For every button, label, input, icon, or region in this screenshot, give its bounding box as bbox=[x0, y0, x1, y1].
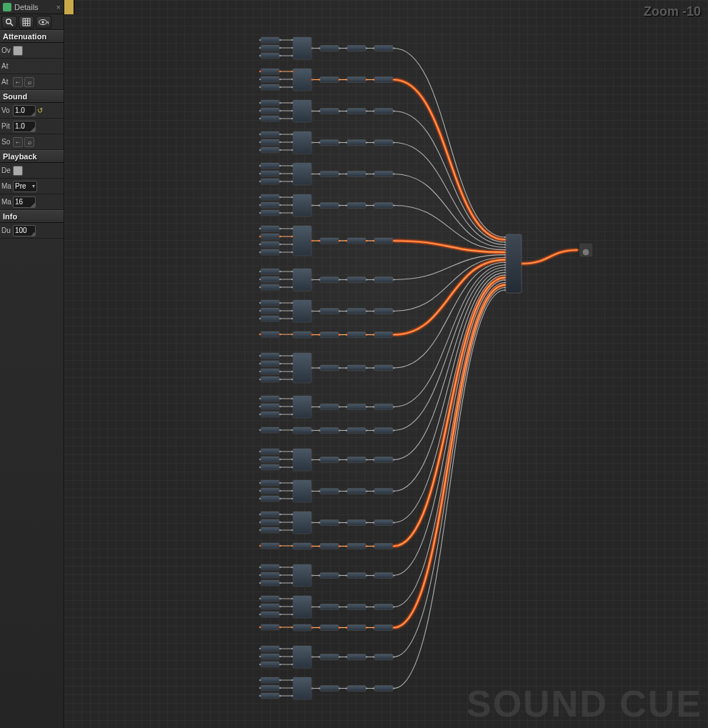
svg-rect-107 bbox=[320, 140, 339, 146]
svg-rect-285 bbox=[261, 377, 279, 382]
reset-icon[interactable]: ↺ bbox=[37, 106, 43, 114]
svg-rect-113 bbox=[374, 140, 393, 146]
svg-rect-369 bbox=[261, 496, 279, 502]
browse-button[interactable]: ⌕ bbox=[24, 137, 34, 147]
max-count-input[interactable]: 16 bbox=[13, 196, 36, 208]
svg-point-472 bbox=[311, 627, 314, 629]
svg-rect-116 bbox=[261, 131, 279, 137]
svg-rect-156 bbox=[347, 203, 366, 209]
volume-input[interactable]: 1.0 bbox=[13, 105, 36, 116]
svg-rect-264 bbox=[320, 365, 339, 371]
svg-point-240 bbox=[259, 310, 261, 312]
svg-rect-267 bbox=[347, 365, 366, 371]
property-matrix-button[interactable] bbox=[19, 16, 34, 29]
svg-point-301 bbox=[259, 398, 261, 400]
svg-point-105 bbox=[311, 110, 314, 112]
svg-rect-496 bbox=[293, 677, 311, 699]
svg-rect-203 bbox=[320, 277, 339, 283]
svg-point-190 bbox=[259, 236, 261, 238]
svg-rect-435 bbox=[293, 596, 311, 618]
svg-rect-483 bbox=[261, 646, 279, 652]
browse-button[interactable]: ⌕ bbox=[24, 77, 34, 87]
svg-rect-358 bbox=[374, 489, 393, 494]
svg-point-488 bbox=[259, 656, 261, 658]
prop-label: Ma bbox=[1, 182, 11, 190]
search-icon bbox=[5, 18, 14, 26]
pitch-input[interactable]: 1.0 bbox=[13, 121, 36, 132]
prop-pitch: Pit 1.0 bbox=[0, 119, 64, 134]
svg-point-396 bbox=[311, 522, 314, 524]
svg-point-454 bbox=[259, 614, 261, 616]
svg-rect-232 bbox=[374, 309, 393, 314]
svg-rect-487 bbox=[261, 654, 279, 659]
prop-label: Pit bbox=[1, 122, 11, 130]
svg-point-8 bbox=[41, 21, 44, 23]
svg-rect-226 bbox=[320, 309, 339, 314]
prop-max-concurrent-count: Ma 16 bbox=[0, 194, 64, 210]
max-rule-combo[interactable]: Pre bbox=[13, 181, 37, 192]
svg-rect-185 bbox=[261, 226, 279, 231]
svg-rect-166 bbox=[261, 202, 279, 208]
svg-rect-413 bbox=[320, 573, 339, 579]
svg-rect-175 bbox=[293, 226, 311, 256]
svg-rect-291 bbox=[320, 404, 339, 410]
svg-rect-332 bbox=[347, 457, 366, 463]
category-playback[interactable]: Playback bbox=[0, 150, 64, 163]
svg-point-286 bbox=[259, 379, 261, 381]
svg-rect-304 bbox=[261, 404, 279, 409]
svg-rect-83 bbox=[293, 100, 311, 122]
svg-point-174 bbox=[311, 204, 314, 206]
svg-rect-216 bbox=[261, 276, 279, 282]
svg-rect-426 bbox=[261, 572, 279, 578]
prop-label: Du bbox=[1, 226, 11, 234]
override-checkbox[interactable] bbox=[13, 46, 23, 56]
svg-point-492 bbox=[259, 664, 261, 666]
category-info[interactable]: Info bbox=[0, 210, 64, 223]
view-options-button[interactable]: ▾ bbox=[36, 16, 51, 29]
svg-point-366 bbox=[259, 490, 261, 492]
svg-rect-422 bbox=[261, 564, 279, 570]
svg-rect-381 bbox=[374, 520, 393, 526]
svg-rect-37 bbox=[293, 37, 311, 59]
svg-rect-143 bbox=[261, 171, 279, 176]
use-selected-button[interactable]: ← bbox=[13, 77, 23, 87]
duration-value[interactable]: 100 bbox=[13, 225, 36, 236]
svg-rect-90 bbox=[374, 109, 393, 114]
svg-rect-401 bbox=[347, 544, 366, 549]
details-tab[interactable]: Details × bbox=[0, 0, 64, 14]
svg-point-274 bbox=[259, 355, 261, 357]
svg-point-469 bbox=[259, 627, 261, 629]
svg-point-144 bbox=[259, 173, 261, 175]
svg-rect-41 bbox=[347, 46, 366, 51]
graph-canvas[interactable] bbox=[64, 0, 708, 728]
debug-checkbox[interactable] bbox=[13, 166, 23, 176]
svg-point-515 bbox=[259, 695, 261, 697]
sound-cue-graph[interactable]: Zoom -10 SOUND CUE bbox=[64, 0, 708, 728]
svg-point-167 bbox=[259, 204, 261, 206]
category-sound[interactable]: Sound bbox=[0, 90, 64, 103]
svg-rect-329 bbox=[320, 457, 339, 463]
svg-point-347 bbox=[259, 467, 261, 469]
svg-rect-468 bbox=[261, 624, 279, 630]
svg-rect-458 bbox=[293, 624, 311, 631]
prop-sound-class: So ← ⌕ bbox=[0, 134, 64, 150]
svg-point-52 bbox=[259, 47, 261, 49]
svg-rect-249 bbox=[320, 332, 339, 338]
svg-rect-182 bbox=[374, 238, 393, 244]
svg-rect-189 bbox=[261, 234, 279, 239]
category-attenuation[interactable]: Attenuation bbox=[0, 30, 64, 43]
prop-label: Ma bbox=[1, 198, 11, 206]
svg-point-278 bbox=[259, 363, 261, 365]
svg-rect-462 bbox=[347, 625, 366, 631]
svg-point-362 bbox=[259, 482, 261, 484]
svg-point-125 bbox=[259, 149, 261, 151]
svg-rect-170 bbox=[261, 210, 279, 216]
svg-point-446 bbox=[259, 598, 261, 600]
svg-rect-506 bbox=[261, 677, 279, 683]
search-button[interactable] bbox=[1, 16, 17, 29]
svg-point-389 bbox=[259, 522, 261, 524]
svg-point-48 bbox=[259, 39, 261, 41]
close-icon[interactable]: × bbox=[56, 3, 61, 11]
svg-rect-323 bbox=[261, 427, 279, 433]
use-selected-button[interactable]: ← bbox=[13, 137, 23, 147]
